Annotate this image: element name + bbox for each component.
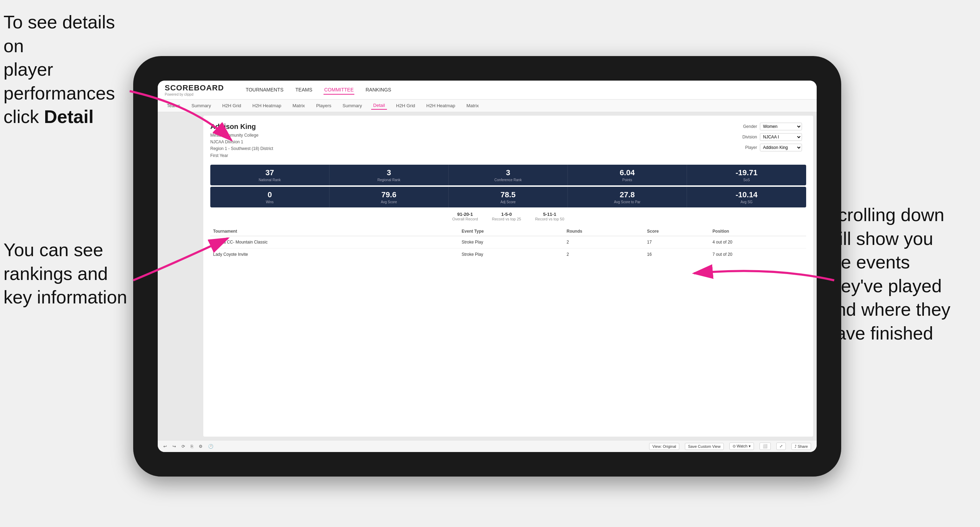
- nav-committee[interactable]: COMMITTEE: [323, 86, 354, 95]
- gender-control: Gender Women: [736, 123, 806, 130]
- btn-view-original[interactable]: View: Original: [649, 443, 679, 450]
- cell-empty: [438, 248, 459, 260]
- stat-cell: -10.14Avg SG: [687, 187, 806, 208]
- player-controls: Gender Women Division NJCAA I: [736, 123, 806, 159]
- subnav-detail[interactable]: Detail: [371, 102, 387, 110]
- tablet-frame: SCOREBOARD Powered by clippd TOURNAMENTS…: [133, 56, 841, 476]
- record-item: 5-11-1Record vs top 50: [535, 212, 564, 221]
- player-select[interactable]: Addison King: [760, 144, 802, 151]
- stat-cell: 27.8Avg Score to Par: [568, 187, 687, 208]
- annotation-bottom-left: You can see rankings and key information: [3, 238, 130, 310]
- btn-screen[interactable]: ⬜: [759, 443, 771, 450]
- table-row: Lady Coyote Invite Stroke Play 2 16 7 ou…: [210, 248, 806, 260]
- subnav-summary2[interactable]: Summary: [340, 102, 364, 110]
- subnav-h2h-grid2[interactable]: H2H Grid: [394, 102, 417, 110]
- app-logo: SCOREBOARD: [165, 83, 224, 92]
- stat-cell: 3Regional Rank: [329, 165, 449, 185]
- player-college: Mesa Community College: [210, 132, 273, 139]
- player-region: Region 1 - Southwest (18) District: [210, 145, 273, 152]
- records-row: 91-20-1Overall Record1-5-0Record vs top …: [210, 212, 806, 221]
- toolbar-undo[interactable]: ↩: [163, 444, 167, 449]
- subnav-h2h-heatmap[interactable]: H2H Heatmap: [250, 102, 283, 110]
- logo-sub: Powered by clippd: [165, 92, 224, 96]
- cell-tournament: Lady Coyote Invite: [210, 248, 438, 260]
- col-score: Score: [644, 227, 710, 236]
- left-sidebar: [158, 112, 200, 440]
- content-panel: Addison King Mesa Community College NJCA…: [203, 116, 813, 437]
- btn-expand[interactable]: ⤢: [776, 443, 786, 450]
- cell-score: 17: [644, 236, 710, 248]
- subnav-teams[interactable]: Teams: [165, 102, 182, 110]
- tablet-screen: SCOREBOARD Powered by clippd TOURNAMENTS…: [158, 81, 817, 452]
- gender-label: Gender: [736, 124, 757, 129]
- logo-area: SCOREBOARD Powered by clippd: [165, 83, 224, 96]
- record-item: 1-5-0Record vs top 25: [492, 212, 521, 221]
- stat-cell: 78.5Adj Score: [449, 187, 568, 208]
- record-item: 91-20-1Overall Record: [452, 212, 478, 221]
- col-rounds: Rounds: [563, 227, 644, 236]
- subnav-players[interactable]: Players: [314, 102, 333, 110]
- stat-cell: 37National Rank: [210, 165, 329, 185]
- cell-tournament: Estella CC- Mountain Classic: [210, 236, 438, 248]
- player-header: Addison King Mesa Community College NJCA…: [210, 123, 806, 159]
- subnav-matrix[interactable]: Matrix: [290, 102, 307, 110]
- toolbar-settings[interactable]: ⚙: [199, 444, 203, 449]
- annotation-top-left: To see details on player performances cl…: [3, 11, 130, 129]
- col-position: Position: [710, 227, 806, 236]
- player-year: First Year: [210, 152, 273, 159]
- nav-teams[interactable]: TEAMS: [295, 86, 313, 95]
- division-select[interactable]: NJCAA I: [760, 133, 802, 141]
- stat-cell: 0Wins: [210, 187, 329, 208]
- app-wrapper: SCOREBOARD Powered by clippd TOURNAMENTS…: [158, 81, 817, 452]
- toolbar-clock[interactable]: 🕐: [208, 444, 213, 449]
- stat-cell: -19.71SoS: [687, 165, 806, 185]
- player-info: Addison King Mesa Community College NJCA…: [210, 123, 273, 159]
- nav-tournaments[interactable]: TOURNAMENTS: [245, 86, 284, 95]
- col-empty: [438, 227, 459, 236]
- stats-grid-1: 37National Rank3Regional Rank3Conference…: [210, 165, 806, 185]
- btn-save-custom[interactable]: Save Custom View: [685, 443, 724, 450]
- cell-rounds: 2: [563, 248, 644, 260]
- division-label: Division: [736, 135, 757, 140]
- stat-cell: 79.6Avg Score: [329, 187, 449, 208]
- toolbar-copy[interactable]: ⎘: [191, 444, 193, 449]
- cell-empty: [438, 236, 459, 248]
- cell-position: 4 out of 20: [710, 236, 806, 248]
- gender-select[interactable]: Women: [760, 123, 802, 130]
- nav-rankings[interactable]: RANKINGS: [365, 86, 392, 95]
- stat-cell: 6.04Points: [568, 165, 687, 185]
- top-nav: SCOREBOARD Powered by clippd TOURNAMENTS…: [158, 81, 817, 100]
- player-name: Addison King: [210, 123, 273, 131]
- subnav-h2h-grid[interactable]: H2H Grid: [220, 102, 243, 110]
- annotation-right: Scrolling down will show you the events …: [826, 203, 973, 346]
- sub-nav: Teams Summary H2H Grid H2H Heatmap Matri…: [158, 100, 817, 112]
- subnav-summary[interactable]: Summary: [189, 102, 213, 110]
- table-row: Estella CC- Mountain Classic Stroke Play…: [210, 236, 806, 248]
- player-division: NJCAA Division 1: [210, 139, 273, 145]
- tournament-table: Tournament Event Type Rounds Score Posit…: [210, 227, 806, 260]
- player-control: Player Addison King: [736, 144, 806, 151]
- btn-share[interactable]: ⤴ Share: [791, 443, 811, 450]
- cell-rounds: 2: [563, 236, 644, 248]
- subnav-h2h-heatmap2[interactable]: H2H Heatmap: [424, 102, 457, 110]
- nav-items: TOURNAMENTS TEAMS COMMITTEE RANKINGS: [245, 86, 392, 95]
- subnav-matrix2[interactable]: Matrix: [465, 102, 481, 110]
- cell-event-type: Stroke Play: [459, 248, 563, 260]
- cell-event-type: Stroke Play: [459, 236, 563, 248]
- bottom-toolbar: ↩ ↪ ⟳ ⎘ ⚙ 🕐 View: Original Save Custom V…: [158, 440, 817, 452]
- toolbar-redo[interactable]: ↪: [172, 444, 176, 449]
- toolbar-refresh[interactable]: ⟳: [181, 444, 185, 449]
- stat-cell: 3Conference Rank: [449, 165, 568, 185]
- cell-position: 7 out of 20: [710, 248, 806, 260]
- main-content: Addison King Mesa Community College NJCA…: [158, 112, 817, 440]
- cell-score: 16: [644, 248, 710, 260]
- col-event-type: Event Type: [459, 227, 563, 236]
- col-tournament: Tournament: [210, 227, 438, 236]
- player-label: Player: [736, 145, 757, 150]
- stats-grid-2: 0Wins79.6Avg Score78.5Adj Score27.8Avg S…: [210, 187, 806, 208]
- btn-watch[interactable]: ⊙ Watch ▾: [729, 443, 754, 450]
- division-control: Division NJCAA I: [736, 133, 806, 141]
